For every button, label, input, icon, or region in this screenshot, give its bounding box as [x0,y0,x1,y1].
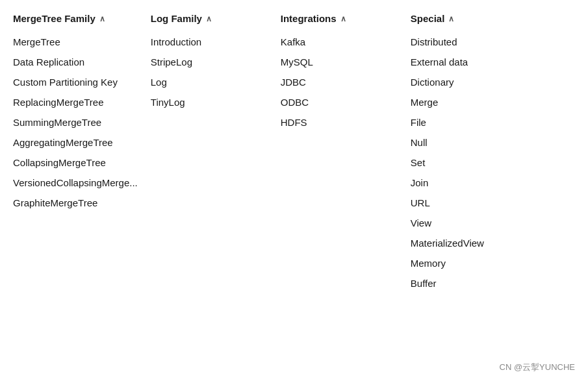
list-item[interactable]: Data Replication [13,52,138,72]
list-item[interactable]: MergeTree [13,32,138,52]
column-header-mergetree-family[interactable]: MergeTree Family∧ [13,6,138,32]
list-item[interactable]: Distributed [411,32,528,52]
list-item[interactable]: Buffer [411,273,528,293]
column-header-label-mergetree-family: MergeTree Family [13,13,96,24]
list-item[interactable]: File [411,112,528,132]
list-item[interactable]: Dictionary [411,72,528,92]
list-item[interactable]: URL [411,193,528,213]
list-item[interactable]: Memory [411,253,528,273]
caret-icon-integrations: ∧ [340,14,346,23]
caret-icon-log-family: ∧ [206,14,212,23]
list-item[interactable]: CollapsingMergeTree [13,153,138,173]
list-item[interactable]: Kafka [281,32,398,52]
list-item[interactable]: Custom Partitioning Key [13,72,138,92]
list-item[interactable]: VersionedCollapsingMerge... [13,173,138,193]
list-item[interactable]: Null [411,132,528,153]
caret-icon-special: ∧ [448,14,454,23]
column-header-label-log-family: Log Family [151,13,202,24]
watermark-text: CN @云掣YUNCHE [500,362,575,373]
column-log-family: Log Family∧IntroductionStripeLogLogTinyL… [151,6,281,293]
list-item[interactable]: GraphiteMergeTree [13,193,138,213]
list-item[interactable]: External data [411,52,528,72]
list-item[interactable]: JDBC [281,72,398,92]
list-item[interactable]: Join [411,173,528,193]
list-item[interactable]: AggregatingMergeTree [13,132,138,153]
list-item[interactable]: MySQL [281,52,398,72]
list-item[interactable]: SummingMergeTree [13,112,138,132]
list-item[interactable]: StripeLog [151,52,268,72]
list-item[interactable]: Merge [411,92,528,112]
list-item[interactable]: HDFS [281,112,398,132]
columns-container: MergeTree Family∧MergeTreeData Replicati… [0,0,588,300]
column-header-special[interactable]: Special∧ [411,6,528,32]
column-header-log-family[interactable]: Log Family∧ [151,6,268,32]
column-header-integrations[interactable]: Integrations∧ [281,6,398,32]
list-item[interactable]: MaterializedView [411,233,528,253]
column-integrations: Integrations∧KafkaMySQLJDBCODBCHDFS [281,6,411,293]
list-item[interactable]: Set [411,153,528,173]
column-special: Special∧DistributedExternal dataDictiona… [411,6,541,293]
list-item[interactable]: ODBC [281,92,398,112]
column-header-label-integrations: Integrations [281,13,337,24]
list-item[interactable]: TinyLog [151,92,268,112]
column-header-label-special: Special [411,13,445,24]
list-item[interactable]: ReplacingMergeTree [13,92,138,112]
list-item[interactable]: Introduction [151,32,268,52]
list-item[interactable]: View [411,213,528,233]
list-item[interactable]: Log [151,72,268,92]
watermark: CN @云掣YUNCHE [500,362,575,373]
caret-icon-mergetree-family: ∧ [99,14,105,23]
column-mergetree-family: MergeTree Family∧MergeTreeData Replicati… [13,6,151,293]
